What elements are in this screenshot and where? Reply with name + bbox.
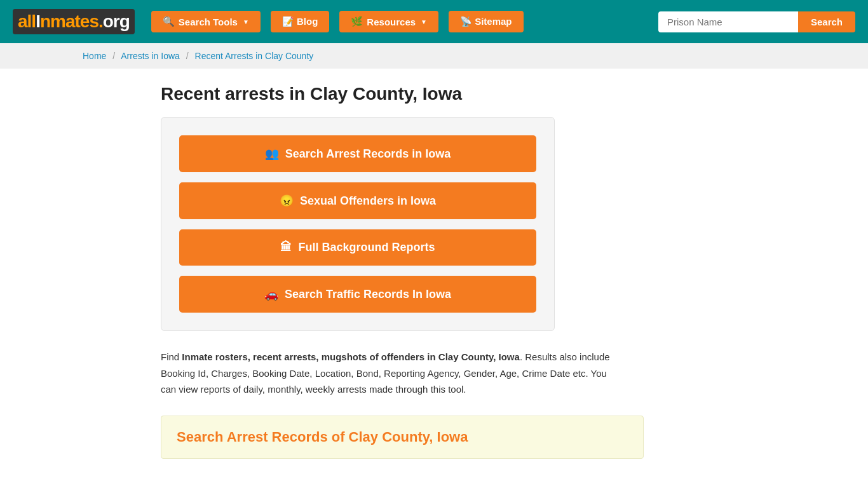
search-submit-button[interactable]: Search [798,11,855,32]
action-buttons-card: 👥 Search Arrest Records in Iowa 😠 Sexual… [161,117,555,331]
search-icon: 🔍 [163,16,175,27]
logo: allInmates.org [13,9,135,34]
breadcrumb-current: Recent Arrests in Clay County [195,51,314,61]
people-icon: 👥 [265,147,279,161]
blog-button[interactable]: 📝 Blog [271,11,330,32]
breadcrumb-arrests-iowa[interactable]: Arrests in Iowa [121,51,180,61]
search-records-section: Search Arrest Records of Clay County, Io… [161,416,644,459]
building-icon: 🏛 [280,241,292,254]
resources-button[interactable]: 🌿 Resources ▼ [339,11,438,32]
blog-icon: 📝 [282,16,294,27]
breadcrumb-sep-1: / [112,51,115,61]
chevron-down-icon: ▼ [421,18,427,25]
offender-icon: 😠 [280,194,294,208]
description-text: Find Inmate rosters, recent arrests, mug… [161,349,618,398]
breadcrumb: Home / Arrests in Iowa / Recent Arrests … [0,43,868,69]
breadcrumb-home[interactable]: Home [83,51,106,61]
search-tools-button[interactable]: 🔍 Search Tools ▼ [151,11,261,32]
sexual-offenders-button[interactable]: 😠 Sexual Offenders in Iowa [179,182,536,219]
page-title: Recent arrests in Clay County, Iowa [161,84,707,104]
header-search-area: Search [658,11,855,32]
prison-search-input[interactable] [658,11,798,32]
header: allInmates.org 🔍 Search Tools ▼ 📝 Blog 🌿… [0,0,868,43]
background-reports-button[interactable]: 🏛 Full Background Reports [179,229,536,266]
sitemap-icon: 📡 [460,16,472,27]
breadcrumb-sep-2: / [186,51,189,61]
sitemap-button[interactable]: 📡 Sitemap [449,11,524,32]
search-arrest-records-button[interactable]: 👥 Search Arrest Records in Iowa [179,135,536,172]
resources-icon: 🌿 [351,16,363,27]
chevron-down-icon: ▼ [243,18,249,25]
main-content: Recent arrests in Clay County, Iowa 👥 Se… [148,69,720,484]
traffic-records-button[interactable]: 🚗 Search Traffic Records In Iowa [179,276,536,313]
car-icon: 🚗 [264,287,278,301]
logo-link[interactable]: allInmates.org [13,9,135,34]
search-records-title: Search Arrest Records of Clay County, Io… [177,429,628,445]
